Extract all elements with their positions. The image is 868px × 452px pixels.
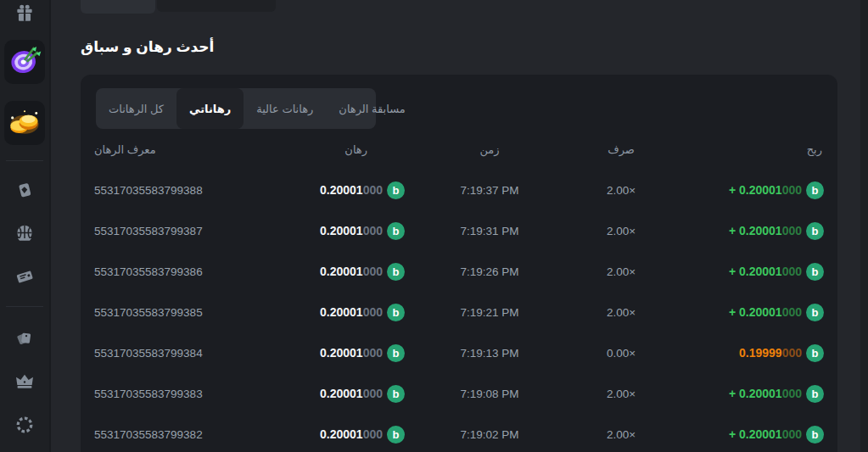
bet-id[interactable]: 55317035583799385 [94,306,247,319]
bcd-coin-icon: b [806,304,824,321]
bcd-coin-icon: b [387,426,405,444]
bet-amount: 0.20001 [320,427,363,441]
bet-time: 7:19:21 PM [405,306,574,319]
bet-time: 7:19:37 PM [405,184,574,197]
sidebar-item-promotions[interactable] [8,321,42,354]
sidebar-item-vip[interactable] [8,364,42,398]
bet-amount-trailing: 000 [363,427,383,441]
profit-amount: + 0.20001 [729,265,782,278]
bet-id[interactable]: 55317035583799383 [94,388,247,400]
profit-amount: + 0.20001 [729,387,782,400]
bet-amount: 0.20001 [320,265,363,278]
bet-payout: 2.00× [574,306,668,319]
table-row[interactable]: 55317035583799384 0.20001000 b 7:19:13 P… [94,332,824,373]
bet-amount-cell: 0.20001000 b [247,426,405,444]
bet-payout: 2.00× [574,388,668,400]
scrollbar-gutter[interactable] [860,0,868,452]
bet-slip-icon [14,265,36,287]
bet-amount: 0.20001 [320,387,363,400]
bet-amount-trailing: 000 [363,224,383,237]
sidebar-item-sports[interactable] [8,216,42,250]
table-row[interactable]: 55317035583799386 0.20001000 b 7:19:26 P… [94,251,824,292]
sidebar-item-gift[interactable] [8,0,42,30]
header-bet-id: معرف الرهان [94,143,247,156]
profit-cell: 0.19999000 b [668,344,824,362]
bet-id[interactable]: 55317035583799384 [94,347,247,360]
bets-table: معرف الرهان رهان زمن صرف ربح 55317035583… [94,129,824,452]
profit-amount-trailing: 000 [782,183,802,197]
bet-amount-trailing: 000 [363,387,383,400]
bcd-coin-icon: b [806,344,824,362]
profit-cell: + 0.20001000 b [668,385,824,403]
profit-amount: + 0.20001 [729,183,782,197]
profit-cell: + 0.20001000 b [668,426,824,444]
sidebar-item-coins[interactable] [4,101,45,145]
bet-id[interactable]: 55317035583799386 [94,265,247,278]
bcd-coin-icon: b [387,181,405,199]
bet-amount-trailing: 000 [363,265,383,278]
sidebar-item-more[interactable] [8,408,42,442]
dotted-ring-icon [14,414,36,436]
tags-icon [14,326,36,349]
bet-amount: 0.20001 [320,305,363,319]
bcd-coin-icon: b [387,344,405,362]
sidebar-divider [6,306,43,307]
bet-id[interactable]: 55317035583799382 [94,428,247,441]
bet-amount: 0.20001 [320,183,363,197]
bet-amount-cell: 0.20001000 b [247,263,405,281]
page-title: أحدث رهان و سباق [81,38,214,56]
bcd-coin-icon: b [806,426,824,444]
header-profit: ربح [668,143,824,156]
table-row[interactable]: 55317035583799385 0.20001000 b 7:19:21 P… [94,292,824,332]
latest-bets-panel: كل الرهانات رهاناتي رهانات عالية مسابقة … [81,75,837,452]
bet-amount-trailing: 000 [363,183,383,197]
profit-amount-trailing: 000 [782,427,802,441]
profit-cell: + 0.20001000 b [668,222,824,240]
profit-amount-trailing: 000 [782,387,802,400]
tab-wager-contest[interactable]: مسابقة الرهان [326,88,417,129]
sidebar-item-races[interactable] [4,40,45,84]
bet-id[interactable]: 55317035583799387 [94,225,247,237]
gold-coins-icon [6,103,43,143]
table-body: 55317035583799388 0.20001000 b 7:19:37 P… [94,170,824,452]
bet-time: 7:19:08 PM [405,388,574,400]
bcd-coin-icon: b [806,222,824,240]
bcd-coin-icon: b [806,181,824,199]
top-cutoff-tab-inactive[interactable] [157,0,276,12]
bcd-coin-icon: b [387,304,405,321]
top-cutoff-tab-active[interactable] [81,0,155,14]
profit-amount-trailing: 000 [782,346,802,360]
bet-amount-trailing: 000 [363,346,383,360]
profit-cell: + 0.20001000 b [668,263,824,281]
table-row[interactable]: 55317035583799388 0.20001000 b 7:19:37 P… [94,170,824,210]
sidebar [0,0,51,452]
bets-tabstrip: كل الرهانات رهاناتي رهانات عالية مسابقة … [96,88,376,129]
bet-id[interactable]: 55317035583799388 [94,184,247,197]
crown-icon [14,370,36,392]
bcd-coin-icon: b [387,385,405,403]
bet-payout: 2.00× [574,428,668,441]
header-payout: صرف [574,143,668,156]
sidebar-item-betslip[interactable] [8,259,42,293]
gem-card-icon [14,179,36,201]
tab-all-bets[interactable]: كل الرهانات [96,88,176,129]
tab-high-rollers[interactable]: رهانات عالية [244,88,326,129]
profit-amount-trailing: 000 [782,305,802,319]
bet-payout: 0.00× [574,347,668,360]
sidebar-item-originals[interactable] [8,173,42,207]
profit-amount: + 0.20001 [729,224,782,237]
profit-amount-trailing: 000 [782,224,802,237]
tab-my-bets[interactable]: رهاناتي [176,88,244,129]
bcd-coin-icon: b [387,222,405,240]
bcd-coin-icon: b [806,385,824,403]
gift-icon [14,2,36,24]
header-bet: رهان [247,143,405,156]
bet-time: 7:19:13 PM [405,347,574,360]
basketball-icon [14,222,36,244]
table-row[interactable]: 55317035583799383 0.20001000 b 7:19:08 P… [94,373,824,414]
profit-amount: 0.19999 [739,346,782,360]
bet-amount-cell: 0.20001000 b [247,344,405,362]
bet-amount: 0.20001 [320,224,363,237]
table-row[interactable]: 55317035583799387 0.20001000 b 7:19:31 P… [94,210,824,251]
table-row[interactable]: 55317035583799382 0.20001000 b 7:19:02 P… [94,414,824,452]
